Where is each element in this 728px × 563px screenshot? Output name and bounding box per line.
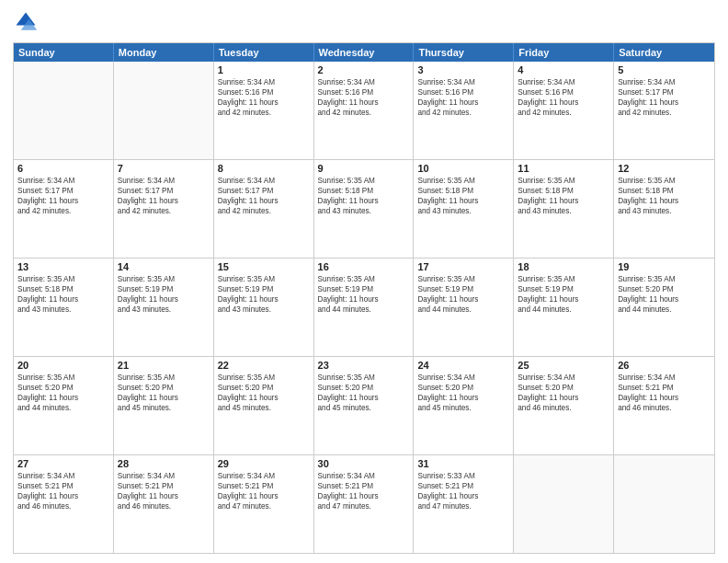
cell-line: Sunset: 5:20 PM (618, 284, 711, 294)
cell-line: Sunset: 5:19 PM (417, 284, 509, 294)
header-day-monday: Monday (114, 43, 214, 62)
cell-line: Sunset: 5:20 PM (318, 383, 410, 393)
calendar-cell: 21Sunrise: 5:35 AMSunset: 5:20 PMDayligh… (114, 357, 214, 454)
calendar-cell: 11Sunrise: 5:35 AMSunset: 5:18 PMDayligh… (514, 160, 614, 258)
cell-line: Daylight: 11 hours (17, 196, 109, 206)
cell-line: Sunrise: 5:35 AM (618, 274, 711, 284)
calendar-cell: 20Sunrise: 5:35 AMSunset: 5:20 PMDayligh… (14, 357, 114, 454)
cell-line: Sunrise: 5:34 AM (618, 373, 711, 383)
calendar-cell: 2Sunrise: 5:34 AMSunset: 5:16 PMDaylight… (314, 62, 415, 159)
header-day-thursday: Thursday (414, 43, 514, 62)
cell-line: and 43 minutes. (118, 304, 210, 315)
cell-line: Daylight: 11 hours (218, 98, 310, 108)
cell-line: Sunrise: 5:35 AM (518, 274, 609, 284)
cell-line: and 45 minutes. (118, 403, 210, 413)
cell-line: Sunrise: 5:35 AM (417, 274, 509, 284)
calendar-cell: 9Sunrise: 5:35 AMSunset: 5:18 PMDaylight… (314, 160, 415, 258)
cell-line: Sunrise: 5:35 AM (618, 176, 711, 186)
cell-line: Sunset: 5:21 PM (318, 481, 410, 491)
day-number: 8 (218, 163, 310, 174)
calendar-cell: 23Sunrise: 5:35 AMSunset: 5:20 PMDayligh… (314, 357, 415, 454)
day-number: 29 (218, 458, 310, 469)
cell-line: Daylight: 11 hours (318, 491, 410, 501)
day-number: 6 (17, 163, 109, 174)
cell-line: and 43 minutes. (417, 206, 509, 216)
calendar-cell: 24Sunrise: 5:34 AMSunset: 5:20 PMDayligh… (414, 357, 514, 454)
cell-line: Sunrise: 5:34 AM (318, 77, 410, 87)
cell-line: Sunset: 5:21 PM (17, 481, 109, 491)
calendar-cell: 30Sunrise: 5:34 AMSunset: 5:21 PMDayligh… (314, 455, 415, 553)
header-day-sunday: Sunday (14, 43, 114, 62)
calendar-cell: 25Sunrise: 5:34 AMSunset: 5:20 PMDayligh… (514, 357, 614, 454)
cell-line: Sunset: 5:16 PM (518, 87, 609, 98)
cell-line: and 46 minutes. (518, 403, 609, 413)
header (13, 9, 715, 35)
calendar-cell: 16Sunrise: 5:35 AMSunset: 5:19 PMDayligh… (314, 259, 415, 356)
cell-line: Sunrise: 5:34 AM (518, 77, 609, 87)
cell-line: Daylight: 11 hours (618, 196, 711, 206)
cell-line: Sunset: 5:17 PM (118, 186, 210, 196)
cell-line: Sunrise: 5:35 AM (17, 274, 109, 284)
cell-line: Daylight: 11 hours (518, 294, 609, 304)
cell-line: Sunset: 5:20 PM (518, 383, 609, 393)
cell-line: Sunrise: 5:34 AM (218, 77, 310, 87)
cell-line: Daylight: 11 hours (118, 196, 210, 206)
cell-line: Sunset: 5:20 PM (17, 383, 109, 393)
cell-line: Sunset: 5:20 PM (417, 383, 509, 393)
cell-line: and 44 minutes. (17, 403, 109, 413)
cell-line: Sunrise: 5:34 AM (17, 176, 109, 186)
day-number: 22 (218, 360, 310, 371)
day-number: 27 (17, 458, 109, 469)
cell-line: and 43 minutes. (218, 304, 310, 315)
day-number: 11 (518, 163, 609, 174)
cell-line: Daylight: 11 hours (417, 491, 509, 501)
cell-line: Daylight: 11 hours (618, 393, 711, 403)
cell-line: Sunrise: 5:34 AM (17, 471, 109, 481)
cell-line: Sunrise: 5:35 AM (218, 274, 310, 284)
day-number: 10 (417, 163, 509, 174)
cell-line: and 45 minutes. (417, 403, 509, 413)
cell-line: Sunrise: 5:34 AM (318, 471, 410, 481)
header-day-saturday: Saturday (614, 43, 714, 62)
day-number: 9 (318, 163, 410, 174)
calendar-row: 20Sunrise: 5:35 AMSunset: 5:20 PMDayligh… (14, 357, 714, 455)
cell-line: and 43 minutes. (318, 206, 410, 216)
cell-line: Sunset: 5:21 PM (618, 383, 711, 393)
day-number: 21 (118, 360, 210, 371)
cell-line: Daylight: 11 hours (318, 393, 410, 403)
cell-line: and 42 minutes. (417, 108, 509, 118)
calendar-cell: 22Sunrise: 5:35 AMSunset: 5:20 PMDayligh… (214, 357, 314, 454)
day-number: 5 (618, 64, 711, 75)
cell-line: and 42 minutes. (218, 206, 310, 216)
cell-line: and 42 minutes. (17, 206, 109, 216)
calendar-cell: 4Sunrise: 5:34 AMSunset: 5:16 PMDaylight… (514, 62, 614, 159)
calendar-cell (114, 62, 214, 159)
calendar-cell: 18Sunrise: 5:35 AMSunset: 5:19 PMDayligh… (514, 259, 614, 356)
cell-line: and 43 minutes. (618, 206, 711, 216)
calendar: SundayMondayTuesdayWednesdayThursdayFrid… (13, 42, 715, 554)
day-number: 31 (417, 458, 509, 469)
calendar-cell (14, 62, 114, 159)
day-number: 14 (118, 261, 210, 272)
cell-line: and 44 minutes. (618, 304, 711, 315)
logo-icon (13, 9, 39, 35)
day-number: 23 (318, 360, 410, 371)
cell-line: Sunset: 5:21 PM (218, 481, 310, 491)
cell-line: Sunrise: 5:34 AM (417, 77, 509, 87)
cell-line: Daylight: 11 hours (518, 196, 609, 206)
cell-line: and 45 minutes. (318, 403, 410, 413)
calendar-cell (514, 455, 614, 553)
cell-line: Sunset: 5:17 PM (17, 186, 109, 196)
day-number: 25 (518, 360, 609, 371)
calendar-row: 6Sunrise: 5:34 AMSunset: 5:17 PMDaylight… (14, 160, 714, 259)
calendar-cell: 6Sunrise: 5:34 AMSunset: 5:17 PMDaylight… (14, 160, 114, 258)
cell-line: Daylight: 11 hours (618, 98, 711, 108)
cell-line: and 46 minutes. (618, 403, 711, 413)
calendar-cell: 27Sunrise: 5:34 AMSunset: 5:21 PMDayligh… (14, 455, 114, 553)
cell-line: and 45 minutes. (218, 403, 310, 413)
calendar-header: SundayMondayTuesdayWednesdayThursdayFrid… (14, 43, 714, 62)
cell-line: Daylight: 11 hours (518, 393, 609, 403)
cell-line: Sunrise: 5:34 AM (218, 176, 310, 186)
day-number: 12 (618, 163, 711, 174)
cell-line: Daylight: 11 hours (218, 393, 310, 403)
